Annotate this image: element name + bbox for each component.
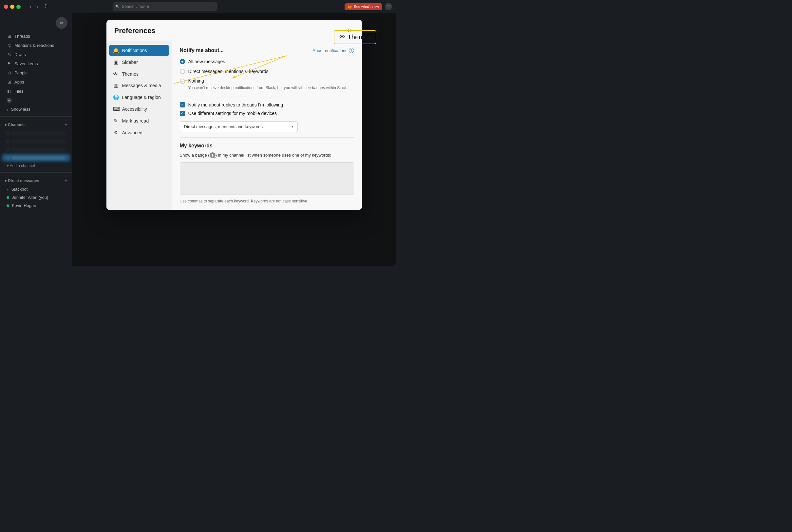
heart-icon: ♥ (6, 187, 9, 191)
close-button[interactable] (4, 5, 8, 9)
radio-nothing[interactable]: Nothing You won't receive desktop notifi… (180, 78, 354, 90)
sidebar-channel-2[interactable]: # (2, 138, 70, 145)
mobile-settings-dropdown[interactable]: Direct messages, mentions and keywords ▾ (180, 121, 298, 132)
notify-title: Notify me about... (180, 48, 224, 53)
traffic-lights (4, 5, 21, 9)
modal-nav-language[interactable]: 🌐 Language & region (109, 92, 169, 103)
radio-all-messages[interactable]: All new messages (180, 59, 354, 65)
checkbox-replies[interactable]: Notify me about replies to threads I'm f… (180, 102, 354, 108)
add-icon: + (6, 98, 12, 103)
history-button[interactable]: ⏱ (43, 3, 48, 10)
files-icon: ◧ (6, 89, 12, 94)
add-channel-text: + Add a channel (6, 164, 35, 168)
messages-icon: ▥ (113, 82, 119, 89)
checkbox-mobile[interactable]: Use different settings for my mobile dev… (180, 111, 354, 116)
checkbox-replies-box (180, 102, 185, 108)
nav-buttons: ‹ › ⏱ (28, 3, 48, 10)
add-channel-button[interactable]: + Add a channel (2, 162, 70, 169)
modal-nav-markasread[interactable]: ✎ Mark as read (109, 115, 169, 127)
modal-nav-themes[interactable]: 👁 Themes (109, 69, 169, 79)
search-icon: 🔍 (115, 5, 120, 9)
dm-item-jennifer[interactable]: Jennifer Allen (you) (2, 194, 70, 201)
radio-direct-label: Direct messages, mentions & keywords (188, 69, 269, 75)
notify-header: Notify me about... About notifications ? (180, 48, 354, 53)
whats-new-button[interactable]: 🎁 See what's new (345, 3, 382, 10)
maximize-button[interactable] (16, 5, 21, 9)
modal-header: Preferences × (107, 20, 362, 41)
modal-close-button[interactable]: × (345, 26, 354, 35)
sidebar-item-threads[interactable]: ⊞ Threads (2, 32, 70, 40)
modal-nav-sidebar-item[interactable]: ▣ Sidebar (109, 57, 169, 68)
sidebar-item-saved[interactable]: ⚑ Saved items (2, 59, 70, 68)
radio-all-label: All new messages (188, 59, 225, 65)
channel-area: Preferences × 🔔 Notifications (72, 13, 396, 266)
chevron-up-icon: ↑ (6, 108, 8, 111)
add-channel-icon[interactable]: + (64, 122, 67, 128)
sidebar-item-mentions[interactable]: ◎ Mentions & reactions (2, 41, 70, 50)
minimize-button[interactable] (10, 5, 14, 9)
show-less-button[interactable]: ↑ Show less (2, 105, 70, 113)
markasread-icon: ✎ (113, 118, 119, 124)
radio-direct-messages[interactable]: Direct messages, mentions & keywords (180, 69, 354, 75)
radio-all-circle (180, 59, 185, 64)
close-icon: × (348, 27, 351, 34)
chevron-down-icon: ▾ (5, 122, 6, 127)
back-button[interactable]: ‹ (28, 3, 33, 10)
sidebar-item-apps[interactable]: ⊞ Apps (2, 78, 70, 86)
keywords-title: My keywords (180, 143, 354, 149)
help-button[interactable]: ? (385, 3, 392, 10)
gift-icon: 🎁 (348, 5, 352, 9)
mentions-icon: ◎ (6, 43, 12, 48)
radio-nothing-label: Nothing (188, 78, 204, 84)
channel-body: Preferences × 🔔 Notifications (72, 13, 396, 266)
modal-nav-accessibility[interactable]: ⌨ Accessibility (109, 103, 169, 115)
modal-overlay: Preferences × 🔔 Notifications (72, 13, 396, 266)
add-dm-icon[interactable]: + (64, 178, 67, 184)
radio-nothing-circle (180, 79, 185, 84)
add-more-button[interactable]: + (2, 96, 70, 104)
checkbox-replies-label: Notify me about replies to threads I'm f… (188, 102, 283, 108)
sidebar-item-drafts[interactable]: ✎ Drafts (2, 50, 70, 59)
sidebar-channel-1[interactable]: # (2, 129, 70, 137)
channel-name-placeholder-3 (12, 148, 65, 151)
sidebar-channel-4[interactable]: # (2, 154, 70, 162)
keywords-desc-before: Show a badge ( (180, 153, 210, 157)
preferences-modal: Preferences × 🔔 Notifications (107, 20, 362, 210)
keywords-textarea[interactable] (180, 162, 354, 195)
dm-item-kevin[interactable]: Kevin Hogan (2, 202, 70, 209)
people-icon: ⊙ (6, 70, 12, 75)
hash-icon-3: # (6, 147, 9, 152)
about-notifications-link[interactable]: About notifications ? (312, 48, 354, 53)
online-dot-jennifer (6, 196, 9, 199)
search-bar[interactable]: 🔍 Search Lifewire (113, 2, 217, 11)
modal-nav-advanced[interactable]: ⚙ Advanced (109, 127, 169, 138)
checkbox-mobile-box (180, 111, 185, 116)
threads-icon: ⊞ (6, 33, 12, 39)
advanced-icon: ⚙ (113, 130, 119, 136)
compose-button[interactable]: ✏ (56, 17, 67, 29)
keywords-hint: Use commas to separate each keyword. Key… (180, 199, 354, 204)
channel-name-placeholder-1 (12, 132, 65, 135)
notifications-icon: 🔔 (113, 48, 119, 53)
title-bar-right: 🎁 See what's new ? (345, 3, 392, 10)
modal-nav-notifications[interactable]: 🔔 Notifications (109, 45, 169, 56)
sidebar-item-files[interactable]: ◧ Files (2, 87, 70, 95)
title-bar: ‹ › ⏱ 🔍 Search Lifewire 🎁 See what's new… (0, 0, 396, 13)
sidebar: ✏ ⊞ Threads ◎ Mentions & reactions ✎ Dra… (0, 13, 72, 266)
apps-icon: ⊞ (6, 79, 12, 84)
sidebar-item-people[interactable]: ⊙ People (2, 69, 70, 77)
divider-2 (180, 137, 354, 138)
hash-icon-2: # (6, 139, 9, 144)
main-content: ✏ ⊞ Threads ◎ Mentions & reactions ✎ Dra… (0, 13, 396, 266)
app-window: ‹ › ⏱ 🔍 Search Lifewire 🎁 See what's new… (0, 0, 396, 266)
checkbox-group: Notify me about replies to threads I'm f… (180, 102, 354, 116)
modal-nav-messages[interactable]: ▥ Messages & media (109, 80, 169, 91)
modal-title: Preferences (114, 26, 156, 35)
sidebar-channel-3[interactable]: # (2, 146, 70, 153)
dm-item-slackbot[interactable]: ♥ Slackbot (2, 185, 70, 193)
dm-header: ▾ Direct messages + (0, 175, 72, 185)
forward-button[interactable]: › (35, 3, 40, 10)
info-icon: ? (349, 48, 354, 53)
sidebar-divider-1 (0, 116, 72, 117)
themes-nav-icon: 👁 (113, 71, 119, 77)
